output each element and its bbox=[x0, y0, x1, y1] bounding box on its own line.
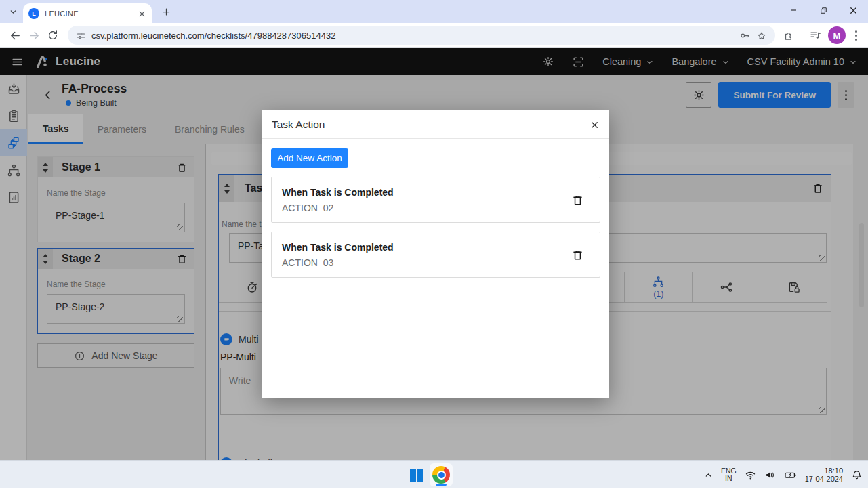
toolbar-divider bbox=[802, 29, 802, 41]
action-name: ACTION_02 bbox=[282, 203, 394, 213]
browser-toolbar: csv.platform.leucinetech.com/checklists/… bbox=[0, 23, 868, 48]
screen: L LEUCINE csv.platform.leucinetech.com/c… bbox=[0, 0, 868, 489]
notifications-bell-icon[interactable] bbox=[851, 469, 863, 481]
reading-list-icon[interactable] bbox=[809, 29, 821, 42]
tray-expand-icon[interactable] bbox=[704, 469, 713, 481]
delete-action-icon[interactable] bbox=[571, 193, 584, 206]
speaker-icon[interactable] bbox=[764, 469, 776, 481]
active-app-indicator bbox=[436, 484, 447, 486]
restore-button[interactable] bbox=[808, 0, 838, 20]
region-code: IN bbox=[725, 475, 732, 482]
delete-action-icon[interactable] bbox=[571, 248, 584, 261]
bookmark-star-icon[interactable] bbox=[756, 29, 767, 41]
url-text[interactable]: csv.platform.leucinetech.com/checklists/… bbox=[91, 30, 734, 41]
window-controls bbox=[779, 0, 868, 23]
clock[interactable]: 18:10 17-04-2024 bbox=[805, 467, 843, 484]
action-trigger: When Task is Completed bbox=[282, 187, 394, 198]
extensions-icon[interactable] bbox=[783, 29, 795, 41]
browser-tab[interactable]: L LEUCINE bbox=[23, 3, 152, 23]
toolbar-right-cluster: M bbox=[781, 26, 863, 44]
page-scrollbar[interactable] bbox=[859, 223, 864, 307]
profile-avatar[interactable]: M bbox=[828, 26, 846, 44]
address-bar[interactable]: csv.platform.leucinetech.com/checklists/… bbox=[68, 26, 775, 45]
forward-button[interactable] bbox=[24, 26, 43, 45]
windows-taskbar: ENG IN 18:10 17-04-2024 bbox=[0, 460, 868, 488]
language-indicator[interactable]: ENG IN bbox=[721, 467, 737, 482]
browser-tab-strip: L LEUCINE bbox=[0, 0, 868, 23]
tab-title: LEUCINE bbox=[45, 9, 132, 18]
task-action-modal: Task Action Add New Action When Task is … bbox=[262, 110, 609, 398]
minimize-button[interactable] bbox=[779, 0, 808, 20]
modal-close-icon[interactable] bbox=[590, 119, 600, 131]
wifi-icon[interactable] bbox=[745, 469, 756, 481]
time-text: 18:10 bbox=[824, 467, 843, 475]
windows-logo-icon bbox=[410, 469, 423, 482]
close-window-button[interactable] bbox=[838, 0, 868, 20]
system-tray: ENG IN 18:10 17-04-2024 bbox=[704, 461, 863, 489]
taskbar-chrome-button[interactable] bbox=[430, 463, 453, 486]
action-card[interactable]: When Task is Completed ACTION_02 bbox=[271, 177, 600, 223]
chrome-icon bbox=[432, 466, 450, 484]
action-card[interactable]: When Task is Completed ACTION_03 bbox=[271, 232, 600, 278]
modal-title: Task Action bbox=[272, 119, 325, 131]
new-tab-button[interactable] bbox=[157, 3, 175, 20]
action-trigger: When Task is Completed bbox=[282, 242, 394, 253]
browser-menu-icon[interactable] bbox=[852, 28, 860, 43]
reload-button[interactable] bbox=[43, 26, 62, 45]
password-key-icon[interactable] bbox=[739, 29, 751, 41]
site-info-icon[interactable] bbox=[76, 29, 86, 41]
leucine-favicon-icon: L bbox=[28, 8, 39, 19]
back-button[interactable] bbox=[5, 26, 24, 45]
battery-icon[interactable] bbox=[784, 468, 797, 481]
page-viewport: Leucine Cleaning Bangalore CSV Facility … bbox=[0, 48, 868, 460]
tab-close-icon[interactable] bbox=[138, 7, 146, 20]
action-name: ACTION_03 bbox=[282, 257, 394, 268]
date-text: 17-04-2024 bbox=[805, 475, 843, 484]
start-button[interactable] bbox=[410, 469, 423, 482]
add-new-action-button[interactable]: Add New Action bbox=[271, 148, 348, 168]
tab-search-button[interactable] bbox=[4, 3, 22, 20]
